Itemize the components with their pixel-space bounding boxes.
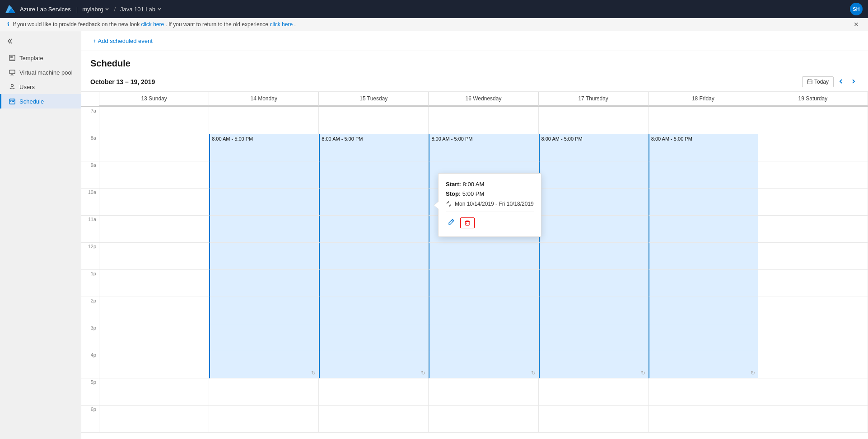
day-cell-5-9: ↻	[649, 351, 758, 378]
day-cell-1-5	[209, 243, 319, 270]
prev-week-button[interactable]	[835, 76, 846, 88]
day-cell-4-1: 8:00 AM - 5:00 PM	[539, 134, 649, 161]
add-event-label: + Add scheduled event	[93, 38, 153, 44]
toolbar: + Add scheduled event	[81, 31, 868, 51]
popup-start-value: 8:00 AM	[463, 181, 485, 188]
day-cell-2-9: ↻	[319, 351, 429, 378]
day-header-wed: 16 Wednesday	[429, 92, 538, 106]
popup-recurrence-label: Mon 10/14/2019 - Fri 10/18/2019	[455, 201, 534, 207]
top-nav: Azure Lab Services | mylabrg / Java 101 …	[0, 0, 868, 18]
sidebar-item-schedule[interactable]: Schedule	[0, 94, 81, 109]
today-button[interactable]: Today	[802, 76, 834, 87]
popup-start-row: Start: 8:00 AM	[446, 181, 534, 188]
time-label-4p: 4p	[81, 351, 99, 378]
day-cell-5-0	[649, 107, 758, 134]
popup-stop-label: Stop:	[446, 190, 461, 197]
day-cell-5-8	[649, 324, 758, 351]
top-nav-right: SH	[850, 3, 863, 15]
collapse-sidebar-button[interactable]	[5, 37, 16, 47]
page-header: Schedule	[81, 51, 868, 72]
popup-edit-button[interactable]	[446, 217, 457, 229]
svg-rect-14	[807, 80, 812, 84]
day-cell-3-5	[429, 243, 538, 270]
event-popup: Start: 8:00 AM Stop: 5:00 PM	[438, 173, 541, 237]
breadcrumb-workspace[interactable]: mylabrg	[82, 6, 109, 13]
calendar-small-icon	[807, 79, 812, 85]
day-cell-6-10	[758, 378, 868, 406]
day-cell-5-10	[649, 378, 758, 406]
content-area: + Add scheduled event Schedule October 1…	[81, 31, 868, 439]
schedule-icon	[9, 98, 16, 105]
day-cell-1-10	[209, 378, 319, 406]
sidebar-item-template[interactable]: Template	[0, 51, 81, 65]
day-cell-5-2	[649, 161, 758, 189]
popup-stop-value: 5:00 PM	[462, 190, 484, 197]
feedback-text-after: .	[294, 21, 295, 28]
next-week-button[interactable]	[848, 76, 859, 88]
popup-recurrence: Mon 10/14/2019 - Fri 10/18/2019	[446, 201, 534, 207]
popup-actions	[446, 212, 534, 229]
feedback-link-1[interactable]: click here	[141, 21, 164, 28]
vm-icon	[9, 69, 16, 76]
event-label-day-3: 8:00 AM - 5:00 PM	[431, 136, 472, 142]
day-cell-4-8	[539, 324, 649, 351]
time-label-10a: 10a	[81, 189, 99, 216]
day-cell-3-0	[429, 107, 538, 134]
time-label-5p: 5p	[81, 378, 99, 406]
sidebar-template-label: Template	[19, 55, 43, 61]
day-cell-2-6	[319, 270, 429, 297]
feedback-link-2[interactable]: click here	[270, 21, 293, 28]
day-cell-6-9	[758, 351, 868, 378]
svg-rect-4	[10, 56, 13, 58]
recurrence-icon	[446, 201, 452, 207]
nav-separator: |	[76, 6, 78, 13]
today-label: Today	[814, 79, 829, 85]
day-cell-0-0	[99, 107, 209, 134]
sidebar: Template Virtual machine pool Users	[0, 31, 81, 439]
close-banner-button[interactable]: ✕	[852, 21, 861, 28]
time-label-1p: 1p	[81, 270, 99, 297]
day-cell-2-4	[319, 216, 429, 243]
breadcrumb-lab[interactable]: Java 101 Lab	[120, 6, 162, 13]
day-cell-4-5	[539, 243, 649, 270]
day-cell-6-5	[758, 243, 868, 270]
calendar-container[interactable]: 13 Sunday 14 Monday 15 Tuesday 16 Wednes…	[81, 92, 868, 439]
refresh-icon-day-1: ↻	[311, 370, 316, 376]
svg-rect-12	[12, 101, 13, 102]
breadcrumb: | mylabrg / Java 101 Lab	[75, 6, 162, 13]
sidebar-item-users[interactable]: Users	[0, 80, 81, 94]
svg-rect-15	[466, 222, 469, 225]
day-cell-3-7	[429, 297, 538, 324]
popup-delete-button[interactable]	[460, 217, 475, 228]
feedback-text-before: If you would like to provide feedback on…	[13, 21, 141, 28]
refresh-icon-day-4: ↻	[641, 370, 645, 376]
edit-icon	[448, 218, 455, 226]
day-cell-5-4	[649, 216, 758, 243]
chevron-down-icon	[105, 7, 109, 11]
add-scheduled-event-button[interactable]: + Add scheduled event	[90, 36, 155, 46]
day-cell-0-6	[99, 270, 209, 297]
day-cell-0-7	[99, 297, 209, 324]
popup-arrow	[434, 202, 439, 209]
user-avatar[interactable]: SH	[850, 3, 863, 15]
day-cell-1-6	[209, 270, 319, 297]
sidebar-schedule-label: Schedule	[19, 98, 44, 105]
date-range-label: October 13 – 19, 2019	[90, 78, 155, 85]
day-header-mon: 14 Monday	[209, 92, 319, 106]
day-header-tue: 15 Tuesday	[319, 92, 429, 106]
sidebar-item-vm-pool[interactable]: Virtual machine pool	[0, 65, 81, 80]
day-cell-1-1: 8:00 AM - 5:00 PM	[209, 134, 319, 161]
svg-rect-6	[9, 70, 15, 74]
calendar-nav: October 13 – 19, 2019 Today	[81, 72, 868, 92]
day-cell-5-3	[649, 189, 758, 216]
day-cell-0-1	[99, 134, 209, 161]
day-cell-2-3	[319, 189, 429, 216]
app-name-label: Azure Lab Services	[20, 6, 71, 13]
day-cell-4-3	[539, 189, 649, 216]
event-label-day-4: 8:00 AM - 5:00 PM	[541, 136, 583, 142]
time-label-2p: 2p	[81, 297, 99, 324]
collapse-icon	[7, 38, 14, 45]
chevron-down-icon-2	[157, 7, 162, 11]
time-label-9a: 9a	[81, 161, 99, 189]
refresh-icon-day-5: ↻	[751, 370, 755, 376]
